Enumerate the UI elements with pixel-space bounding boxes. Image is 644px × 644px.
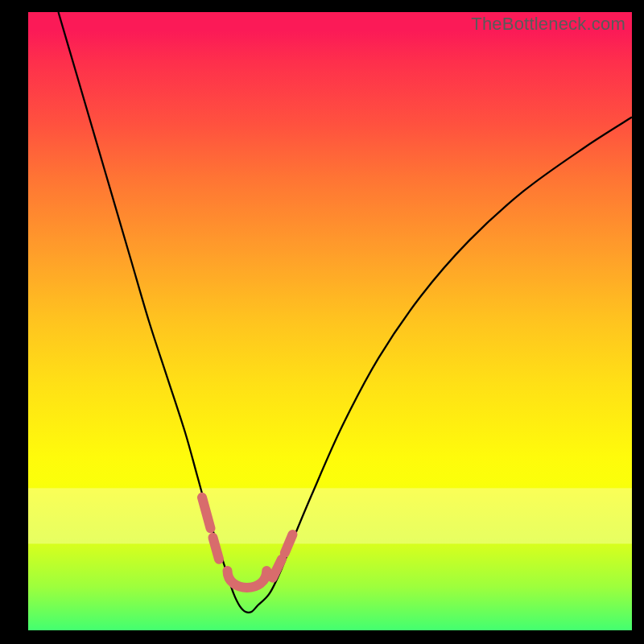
chart-plot-area: TheBottleneck.com xyxy=(28,12,632,630)
chart-frame: TheBottleneck.com xyxy=(0,0,644,644)
chart-svg xyxy=(28,12,632,630)
pale-band xyxy=(28,488,632,543)
accent-segment xyxy=(273,559,282,578)
accent-segment xyxy=(213,538,220,559)
accent-segment xyxy=(228,571,267,588)
svg-rect-0 xyxy=(28,488,632,543)
